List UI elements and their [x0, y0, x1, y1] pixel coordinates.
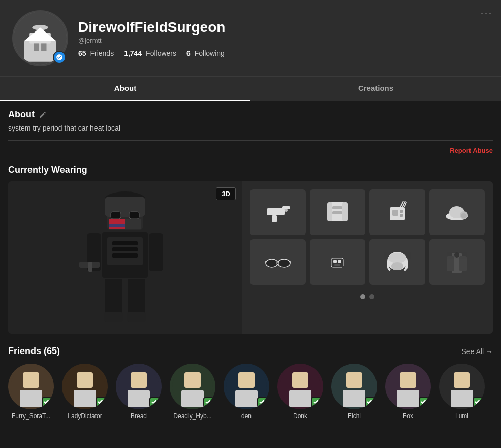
svg-rect-52: [277, 262, 279, 264]
svg-rect-40: [400, 210, 403, 213]
svg-rect-58: [334, 264, 340, 266]
svg-rect-34: [332, 206, 342, 209]
svg-rect-73: [131, 372, 147, 388]
svg-rect-83: [289, 390, 311, 407]
report-abuse-button[interactable]: Report Abuse: [8, 147, 493, 154]
friend-name: Bread: [131, 412, 147, 420]
svg-rect-13: [109, 219, 125, 224]
friend-item[interactable]: Eichi: [331, 364, 377, 420]
svg-rect-88: [400, 372, 416, 388]
tabs: About Creations: [0, 76, 501, 101]
friend-item[interactable]: LadyDictator: [62, 364, 108, 420]
svg-rect-19: [112, 247, 138, 251]
friend-online-badge: [419, 397, 429, 407]
items-row-2: [250, 239, 485, 285]
pagination-dots: [250, 289, 485, 304]
svg-rect-55: [331, 258, 343, 267]
svg-rect-85: [346, 372, 362, 388]
friend-item[interactable]: den: [224, 364, 269, 420]
friend-item[interactable]: Donk: [277, 364, 323, 420]
svg-point-49: [266, 259, 278, 267]
wearing-content: 3D: [8, 181, 493, 334]
friend-online-badge: [257, 397, 267, 407]
see-all-button[interactable]: See All →: [462, 347, 493, 356]
dot-2[interactable]: [369, 294, 374, 299]
friend-name: Furry_SoraT...: [12, 412, 50, 420]
edit-icon[interactable]: [39, 111, 47, 119]
item-vest[interactable]: [310, 189, 366, 235]
svg-rect-39: [392, 210, 398, 216]
svg-rect-63: [447, 256, 454, 271]
profile-stats: 65 Friends 1,744 Followers 6 Following: [78, 49, 225, 57]
item-gun[interactable]: [250, 189, 306, 235]
wearing-section: Currently Wearing 3D: [8, 165, 493, 334]
svg-point-65: [454, 252, 459, 258]
svg-rect-41: [400, 214, 403, 217]
friend-online-badge: [365, 397, 375, 407]
svg-rect-31: [272, 215, 277, 222]
svg-rect-80: [235, 390, 258, 407]
item-shirt[interactable]: [429, 239, 485, 285]
friend-item[interactable]: Bread: [116, 364, 162, 420]
svg-rect-70: [77, 372, 93, 388]
item-radio[interactable]: [369, 189, 425, 235]
item-hair[interactable]: [369, 239, 425, 285]
svg-rect-29: [267, 208, 285, 215]
friend-item[interactable]: Fox: [385, 364, 431, 420]
friend-item[interactable]: Deadly_Hyb...: [170, 364, 215, 420]
svg-rect-27: [104, 312, 123, 322]
dot-1[interactable]: [360, 294, 365, 299]
svg-rect-15: [109, 227, 125, 229]
character-view: 3D: [8, 181, 242, 334]
svg-rect-35: [332, 211, 342, 214]
friend-item[interactable]: Lumi: [439, 364, 485, 420]
friends-stat: 65 Friends: [78, 49, 114, 57]
svg-rect-18: [112, 241, 138, 245]
svg-rect-92: [451, 390, 473, 407]
svg-rect-11: [129, 212, 139, 219]
svg-rect-91: [454, 372, 470, 388]
svg-rect-1: [24, 41, 56, 62]
items-row-1: [250, 189, 485, 235]
friend-item[interactable]: Furry_SoraT...: [8, 364, 54, 420]
friends-title: Friends (65): [8, 346, 60, 357]
character-svg: [69, 186, 181, 329]
svg-rect-24: [88, 262, 92, 272]
friend-name: Fox: [403, 412, 413, 420]
svg-rect-22: [149, 233, 163, 271]
svg-rect-57: [338, 260, 341, 263]
svg-rect-77: [181, 390, 204, 407]
item-hat[interactable]: [429, 189, 485, 235]
item-face[interactable]: [310, 239, 366, 285]
svg-rect-3: [34, 43, 39, 51]
friend-online-badge: [473, 397, 483, 407]
svg-rect-76: [184, 372, 201, 388]
svg-point-32: [285, 209, 288, 212]
svg-rect-4: [41, 43, 46, 51]
friend-online-badge: [311, 397, 321, 407]
item-sunglasses[interactable]: [250, 239, 306, 285]
svg-point-60: [388, 253, 406, 263]
svg-rect-28: [127, 312, 146, 322]
friend-name: Eichi: [348, 412, 361, 420]
svg-rect-82: [292, 372, 308, 388]
friend-online-badge: [149, 397, 160, 407]
svg-rect-68: [20, 390, 42, 407]
svg-point-48: [461, 213, 467, 218]
btn-3d[interactable]: 3D: [216, 187, 236, 200]
wearing-title: Currently Wearing: [8, 165, 493, 175]
friend-name: Lumi: [455, 412, 468, 420]
menu-dots[interactable]: ···: [481, 8, 493, 19]
friend-name: LadyDictator: [68, 412, 102, 420]
svg-rect-36: [327, 202, 332, 221]
profile-name: DirewolfFieldSurgeon: [78, 19, 225, 36]
tab-about[interactable]: About: [0, 77, 251, 101]
svg-rect-14: [109, 224, 125, 227]
tab-creations[interactable]: Creations: [251, 77, 501, 101]
items-wrapper: [242, 181, 493, 334]
friend-online-badge: [203, 397, 213, 407]
friend-online-badge: [96, 397, 106, 407]
friend-name: den: [241, 412, 252, 420]
friend-name: Donk: [293, 412, 307, 420]
about-section-title: About: [8, 109, 493, 120]
